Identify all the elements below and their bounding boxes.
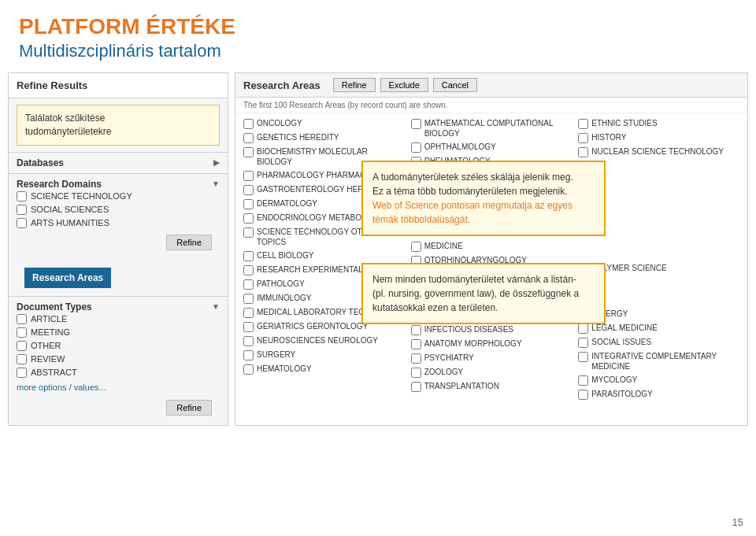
medicine-checkbox[interactable]: [411, 242, 421, 252]
arts-humanities-label: ARTS HUMANITIES: [31, 218, 109, 227]
neurosciences-checkbox[interactable]: [243, 336, 254, 346]
medical-lab-checkbox[interactable]: [243, 308, 254, 318]
research-col-1: ONCOLOGY GENETICS HEREDITY BIOCHEMISTRY …: [240, 116, 408, 401]
research-areas-button[interactable]: Research Areas: [24, 268, 111, 288]
social-sciences-label: SOCIAL SCIENCES: [31, 205, 109, 214]
review-checkbox[interactable]: [17, 354, 27, 364]
list-item: ARTICLE: [17, 312, 220, 326]
endocrinology-checkbox[interactable]: [243, 213, 254, 224]
dermatology-checkbox[interactable]: [243, 199, 254, 209]
list-item: OPHTHALMOLOGY: [411, 140, 573, 154]
social-sciences-checkbox[interactable]: [17, 205, 27, 215]
infectious-checkbox[interactable]: [411, 325, 421, 335]
tooltip-line2: tudományterületekre: [25, 126, 111, 137]
meeting-checkbox[interactable]: [17, 327, 27, 338]
more-options-link[interactable]: more options / values...: [17, 383, 220, 392]
pathology-checkbox[interactable]: [243, 279, 254, 290]
immunology-checkbox[interactable]: [243, 294, 254, 304]
ophthalmology-checkbox[interactable]: [411, 142, 421, 153]
databases-section[interactable]: Databases ▶: [9, 152, 228, 173]
parasitology-checkbox[interactable]: [578, 390, 588, 400]
right-panel-title: Research Areas: [243, 79, 321, 91]
geriatrics-checkbox[interactable]: [243, 322, 254, 332]
list-item: ARTS HUMANITIES: [17, 216, 220, 230]
list-item: ABSTRACT: [17, 366, 220, 379]
tooltip-overlay-2: Nem minden tudományterületet várnánk a l…: [361, 263, 606, 324]
databases-arrow-icon: ▶: [213, 158, 220, 167]
biochemistry-checkbox[interactable]: [243, 147, 254, 157]
abstract-checkbox[interactable]: [17, 368, 27, 378]
panel-exclude-button[interactable]: Exclude: [380, 78, 428, 92]
main-title: PLATFORM ÉRTÉKE: [19, 14, 737, 39]
research-domains-section: Research Domains ▼ SCIENCE TECHNOLOGY SO…: [9, 173, 228, 260]
list-item: MATHEMATICAL COMPUTATIONAL BIOLOGY: [411, 116, 573, 140]
other-checkbox[interactable]: [17, 341, 27, 351]
list-item: INTEGRATIVE COMPLEMENTARY MEDICINE: [578, 349, 739, 373]
list-item: ZOOLOGY: [411, 365, 573, 379]
list-item: MEDICINE: [411, 239, 573, 253]
page-number: 15: [732, 516, 743, 528]
research-col-3: ETHNIC STUDIES HISTORY NUCLEAR SCIENCE T…: [575, 116, 743, 401]
science-technology-checkbox[interactable]: [17, 191, 27, 201]
anatomy-checkbox[interactable]: [411, 339, 421, 349]
research-col-2: MATHEMATICAL COMPUTATIONAL BIOLOGY OPHTH…: [408, 116, 576, 401]
abstract-label: ABSTRACT: [31, 368, 77, 377]
zoology-checkbox[interactable]: [411, 368, 421, 378]
integrative-checkbox[interactable]: [578, 352, 588, 362]
list-item: ANATOMY MORPHOLOGY: [411, 337, 573, 351]
arts-humanities-checkbox[interactable]: [17, 218, 27, 228]
panel-cancel-button[interactable]: Cancel: [433, 78, 477, 92]
list-item: NEUROSCIENCES NEUROLOGY: [243, 334, 405, 348]
header: PLATFORM ÉRTÉKE Multidiszciplináris tart…: [0, 0, 756, 69]
list-item: HISTORY: [578, 131, 739, 145]
mycology-checkbox[interactable]: [578, 375, 588, 386]
math-comp-bio-checkbox[interactable]: [411, 119, 421, 129]
research-experimental-checkbox[interactable]: [243, 265, 254, 275]
social-issues-checkbox[interactable]: [578, 338, 588, 348]
pharmacology-checkbox[interactable]: [243, 171, 254, 181]
list-item: GENETICS HEREDITY: [243, 131, 405, 145]
research-grid: ONCOLOGY GENETICS HEREDITY BIOCHEMISTRY …: [235, 113, 747, 405]
history-checkbox[interactable]: [578, 133, 588, 143]
legal-medicine-checkbox[interactable]: [578, 323, 588, 334]
science-other-checkbox[interactable]: [243, 227, 254, 238]
panel-refine-button[interactable]: Refine: [333, 78, 376, 92]
list-item: MEETING: [17, 326, 220, 339]
ethnic-studies-checkbox[interactable]: [578, 119, 588, 129]
right-panel: Research Areas Refine Exclude Cancel The…: [235, 72, 748, 426]
gastroenterology-checkbox[interactable]: [243, 185, 254, 195]
list-item: ETHNIC STUDIES: [578, 116, 739, 131]
list-item: PSYCHIATRY: [411, 351, 573, 365]
transplantation-checkbox[interactable]: [411, 382, 421, 392]
cell-biology-checkbox[interactable]: [243, 251, 254, 261]
list-item: REVIEW: [17, 353, 220, 366]
document-types-header[interactable]: Document Types ▼: [17, 301, 220, 312]
research-areas-section: Research Areas: [9, 260, 228, 296]
list-item: NUCLEAR SCIENCE TECHNOLOGY: [578, 145, 739, 159]
databases-header[interactable]: Databases ▶: [17, 157, 220, 168]
tooltip-overlay-1: A tudományterületek széles skálája jelen…: [361, 161, 606, 236]
list-item: SOCIAL SCIENCES: [17, 203, 220, 216]
list-item: OTHER: [17, 339, 220, 353]
article-checkbox[interactable]: [17, 314, 27, 324]
surgery-checkbox[interactable]: [243, 350, 254, 360]
list-item: INFECTIOUS DISEASES: [411, 323, 573, 337]
sidebar-header: Refine Results: [9, 73, 228, 98]
list-item: PARASITOLOGY: [578, 387, 739, 401]
list-item: ONCOLOGY: [243, 116, 405, 131]
research-domains-header[interactable]: Research Domains ▼: [17, 179, 220, 190]
tooltip1-line1: A tudományterületek széles skálája jelen…: [372, 172, 573, 183]
research-domains-arrow-icon: ▼: [212, 179, 220, 188]
psychiatry-checkbox[interactable]: [411, 353, 421, 364]
refine-button-2[interactable]: Refine: [166, 400, 212, 416]
tooltip2-line2: (pl. nursing, government law), de összef…: [372, 288, 579, 313]
oncology-checkbox[interactable]: [243, 119, 254, 129]
refine-button-1[interactable]: Refine: [166, 235, 212, 250]
tooltip1-line2: Ez a téma több tudományterületen megjele…: [372, 186, 567, 197]
document-types-section: Document Types ▼ ARTICLE MEETING OTHER R…: [9, 296, 228, 425]
genetics-checkbox[interactable]: [243, 133, 254, 143]
nuclear-science-checkbox[interactable]: [578, 147, 588, 157]
hematology-checkbox[interactable]: [243, 364, 254, 375]
sidebar: Refine Results Találatok szűkítése tudom…: [8, 72, 228, 426]
tooltip-line1: Találatok szűkítése: [25, 113, 105, 124]
